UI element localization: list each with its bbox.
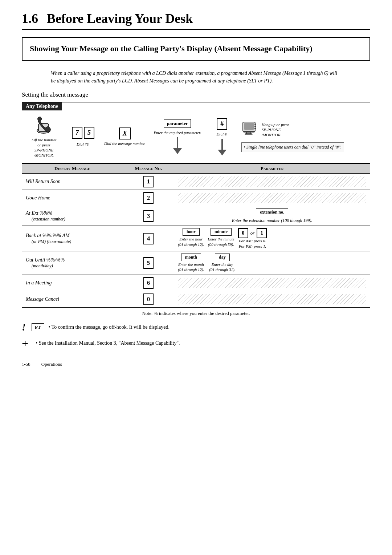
svg-rect-6 — [245, 134, 252, 135]
page: 1.6 Before Leaving Your Desk Showing You… — [0, 0, 392, 555]
plus-note-text: • See the Installation Manual, Section 3… — [36, 340, 180, 346]
table-row: In a Meeting6 — [22, 275, 370, 291]
step-hangup-group: Hang up or press SP-PHONE /MONITOR. • Si… — [241, 121, 344, 152]
note-line: Note: % indicates where you enter the de… — [22, 311, 370, 316]
pt-note-text: • To confirm the message, go off-hook. I… — [49, 324, 170, 330]
key-parameter: parameter — [164, 119, 191, 128]
any-telephone-box: Any Telephone — [22, 102, 370, 163]
arrow-down-param — [173, 137, 182, 154]
table-row: At Ext %%%(extension number)3extension n… — [22, 206, 370, 226]
message-table: Display Message Message No. Parameter Wi… — [22, 163, 370, 308]
steps-row: Lift the handset or press SP-PHONE /MONI… — [22, 110, 370, 158]
svg-rect-3 — [244, 123, 254, 130]
table-row: Will Return Soon1 — [22, 173, 370, 190]
cell-param-4: monthEnter the month(01 through 12).dayE… — [174, 251, 370, 275]
step-hash-label: Dial #. — [216, 131, 228, 137]
step-handset: Lift the handset or press SP-PHONE /MONI… — [26, 116, 62, 158]
key-7: 7 — [72, 127, 82, 139]
cell-display-1: Gone Home — [22, 190, 123, 206]
cell-param-5 — [174, 275, 370, 291]
cell-msgno-6: 0 — [123, 291, 174, 307]
step-parameter-group: parameter Enter the required parameter. — [152, 119, 203, 154]
col-display-message: Display Message — [22, 163, 123, 173]
chapter-header: 1.6 Before Leaving Your Desk — [22, 11, 370, 30]
cell-msgno-3: 4 — [123, 226, 174, 251]
step-hangup-label: Hang up or press SP-PHONE /MONITOR. — [262, 122, 289, 138]
svg-point-7 — [254, 123, 256, 125]
cell-param-0 — [174, 173, 370, 190]
subsection-title: Setting the absent message — [22, 91, 370, 98]
footer-page: 1-58 — [22, 361, 30, 367]
any-telephone-header: Any Telephone — [22, 102, 62, 110]
single-line-note: • Single line telephone users can dial "… — [241, 142, 344, 152]
monitor-icon — [241, 121, 259, 139]
exclamation-icon: ! — [22, 321, 26, 333]
cell-param-2: extension no.Enter the extension number … — [174, 206, 370, 226]
pt-box: PT — [32, 323, 44, 331]
cell-display-2: At Ext %%%(extension number) — [22, 206, 123, 226]
step-dial75-label: Dial 75. — [77, 142, 90, 147]
cell-display-4: Out Until %%/%%(month/day) — [22, 251, 123, 275]
table-header-row: Display Message Message No. Parameter — [22, 163, 370, 173]
intro-text: When a caller using a proprietary teleph… — [51, 69, 341, 85]
plus-icon: + — [22, 337, 28, 350]
section-title: Showing Your Message on the Calling Part… — [30, 44, 362, 54]
col-message-no: Message No. — [123, 163, 174, 173]
cell-display-6: Message Cancel — [22, 291, 123, 307]
cell-display-0: Will Return Soon — [22, 173, 123, 190]
step-dialx: X Dial the message number. — [104, 127, 146, 146]
section-box: Showing Your Message on the Calling Part… — [22, 37, 370, 61]
cell-msgno-4: 5 — [123, 251, 174, 275]
footer: 1-58 Operations — [22, 359, 370, 367]
table-row: Out Until %%/%%(month/day)5monthEnter th… — [22, 251, 370, 275]
cell-param-1 — [174, 190, 370, 206]
chapter-title: Before Leaving Your Desk — [47, 11, 193, 26]
table-row: Gone Home2 — [22, 190, 370, 206]
cell-msgno-0: 1 — [123, 173, 174, 190]
svg-point-8 — [254, 126, 256, 127]
svg-point-9 — [254, 128, 256, 129]
step-hash-group: # Dial #. — [209, 118, 235, 155]
cell-msgno-1: 2 — [123, 190, 174, 206]
step-dial75: 7 5 Dial 75. — [69, 127, 98, 147]
arrow-down-hash — [218, 139, 226, 155]
cell-param-3: hourEnter the hour(01 through 12).minute… — [174, 226, 370, 251]
pt-note-row: ! PT • To confirm the message, go off-ho… — [22, 321, 370, 333]
cell-display-3: Back at %%:%% AM(or PM) (hour:minute) — [22, 226, 123, 251]
footer-label: Operations — [41, 361, 62, 367]
key-x: X — [119, 127, 131, 139]
step-parameter-label: Enter the required parameter. — [154, 130, 201, 135]
plus-note-row: + • See the Installation Manual, Section… — [22, 337, 370, 350]
chapter-number: 1.6 — [22, 11, 38, 26]
key-hash: # — [217, 118, 227, 130]
handset-icon — [34, 116, 54, 134]
col-parameter: Parameter — [174, 163, 370, 173]
cell-display-5: In a Meeting — [22, 275, 123, 291]
table-row: Message Cancel0 — [22, 291, 370, 307]
step-handset-label: Lift the handset or press SP-PHONE /MONI… — [32, 137, 56, 158]
cell-param-6 — [174, 291, 370, 307]
cell-msgno-5: 6 — [123, 275, 174, 291]
table-row: Back at %%:%% AM(or PM) (hour:minute)4ho… — [22, 226, 370, 251]
step-dialx-label: Dial the message number. — [104, 141, 146, 146]
key-5: 5 — [84, 127, 94, 139]
cell-msgno-2: 3 — [123, 206, 174, 226]
